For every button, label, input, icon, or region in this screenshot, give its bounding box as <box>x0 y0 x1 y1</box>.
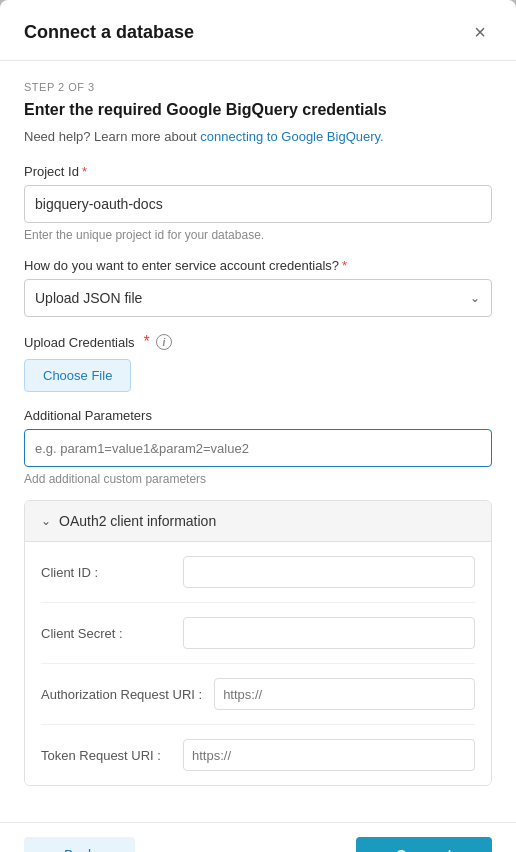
upload-required-star: * <box>144 333 150 351</box>
oauth2-section: ⌄ OAuth2 client information Client ID : … <box>24 500 492 786</box>
oauth2-title: OAuth2 client information <box>59 513 216 529</box>
client-secret-field: Client Secret : <box>41 603 475 664</box>
additional-params-group: Additional Parameters Add additional cus… <box>24 408 492 486</box>
project-id-input[interactable] <box>24 185 492 223</box>
auth-request-uri-label: Authorization Request URI : <box>41 687 202 702</box>
credentials-type-select[interactable]: Upload JSON file Paste JSON Enter manual… <box>24 279 492 317</box>
credentials-type-select-wrapper: Upload JSON file Paste JSON Enter manual… <box>24 279 492 317</box>
help-text: Need help? Learn more about connecting t… <box>24 129 492 144</box>
credentials-type-group: How do you want to enter service account… <box>24 258 492 317</box>
modal-header: Connect a database × <box>0 0 516 61</box>
auth-request-uri-field: Authorization Request URI : <box>41 664 475 725</box>
close-button[interactable]: × <box>468 20 492 44</box>
step-label: STEP 2 OF 3 <box>24 81 492 93</box>
credentials-required-star: * <box>342 258 347 273</box>
additional-params-hint: Add additional custom parameters <box>24 472 492 486</box>
token-request-uri-input[interactable] <box>183 739 475 771</box>
token-request-uri-field: Token Request URI : <box>41 725 475 785</box>
client-secret-label: Client Secret : <box>41 626 171 641</box>
oauth2-body: Client ID : Client Secret : Authorizatio… <box>25 542 491 785</box>
project-id-label: Project Id* <box>24 164 492 179</box>
token-request-uri-label: Token Request URI : <box>41 748 171 763</box>
upload-credentials-section: Upload Credentials * i Choose File <box>24 333 492 392</box>
modal-body: STEP 2 OF 3 Enter the required Google Bi… <box>0 61 516 822</box>
connect-database-modal: Connect a database × STEP 2 OF 3 Enter t… <box>0 0 516 852</box>
modal-title: Connect a database <box>24 22 194 43</box>
client-id-field: Client ID : <box>41 542 475 603</box>
oauth2-chevron-icon: ⌄ <box>41 514 51 528</box>
auth-request-uri-input[interactable] <box>214 678 475 710</box>
upload-label-row: Upload Credentials * i <box>24 333 492 351</box>
back-button[interactable]: Back <box>24 837 135 852</box>
section-heading: Enter the required Google BigQuery crede… <box>24 101 492 119</box>
oauth2-header[interactable]: ⌄ OAuth2 client information <box>25 501 491 542</box>
choose-file-button[interactable]: Choose File <box>24 359 131 392</box>
project-id-hint: Enter the unique project id for your dat… <box>24 228 492 242</box>
modal-footer: Back Connect <box>0 822 516 852</box>
additional-params-input[interactable] <box>24 429 492 467</box>
help-link[interactable]: connecting to Google BigQuery. <box>200 129 383 144</box>
credentials-type-label: How do you want to enter service account… <box>24 258 492 273</box>
additional-params-label: Additional Parameters <box>24 408 492 423</box>
help-text-prefix: Need help? Learn more about <box>24 129 200 144</box>
required-star: * <box>82 164 87 179</box>
client-id-label: Client ID : <box>41 565 171 580</box>
client-secret-input[interactable] <box>183 617 475 649</box>
client-id-input[interactable] <box>183 556 475 588</box>
connect-button[interactable]: Connect <box>356 837 492 852</box>
upload-credentials-label: Upload Credentials <box>24 335 135 350</box>
info-icon[interactable]: i <box>156 334 172 350</box>
project-id-group: Project Id* Enter the unique project id … <box>24 164 492 242</box>
